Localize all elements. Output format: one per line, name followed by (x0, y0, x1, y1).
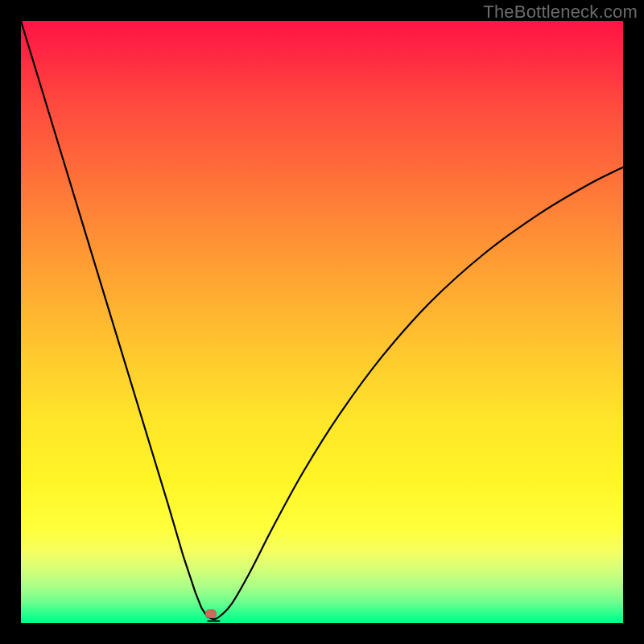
optimum-marker (205, 609, 217, 618)
watermark-text: TheBottleneck.com (483, 2, 638, 23)
plot-area (21, 21, 623, 623)
chart-frame: TheBottleneck.com (0, 0, 644, 644)
bottleneck-curve (21, 21, 623, 623)
